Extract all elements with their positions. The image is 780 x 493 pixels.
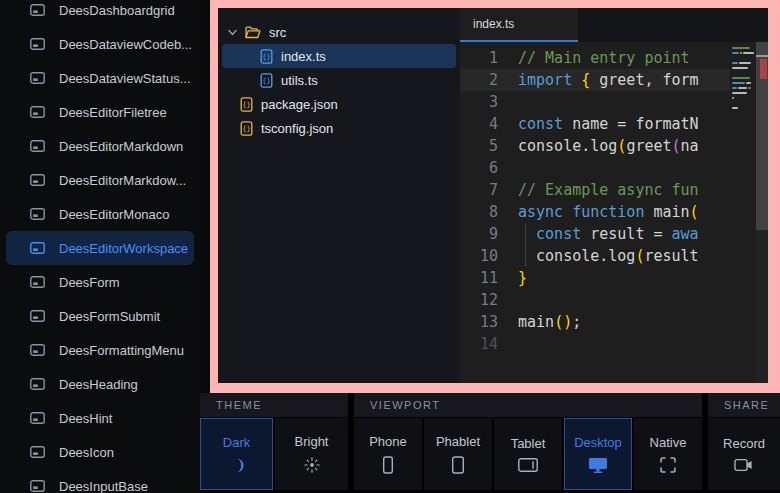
line-number: 5 xyxy=(460,135,518,157)
sidebar-item-deesinputbase[interactable]: DeesInputBase xyxy=(6,469,194,493)
line-number: 13 xyxy=(460,311,518,333)
demo-toolbar: THEMEVIEWPORTSHARE DarkBrightPhonePhable… xyxy=(200,393,780,493)
chevron-down-icon[interactable] xyxy=(228,29,237,36)
line-number: 9 xyxy=(460,223,518,245)
line-number: 10 xyxy=(460,245,518,267)
window-icon xyxy=(30,378,45,390)
sun-icon xyxy=(303,456,321,474)
tab-index-ts[interactable]: index.ts xyxy=(460,8,578,42)
sidebar-item-deeseditorfiletree[interactable]: DeesEditorFiletree xyxy=(6,95,194,129)
code-line-7: 7// Example async fun xyxy=(460,179,730,201)
line-content: // Main entry point xyxy=(518,47,690,69)
native-button[interactable]: Native xyxy=(634,418,702,490)
sidebar-item-deesform[interactable]: DeesForm xyxy=(6,265,194,299)
file-row-index-ts[interactable]: {}index.ts xyxy=(222,44,456,68)
svg-text:{}: {} xyxy=(262,52,270,60)
sidebar-item-deeseditorworkspace[interactable]: DeesEditorWorkspace xyxy=(6,231,194,265)
code-lines: 1// Main entry point2import { greet, for… xyxy=(460,42,730,383)
sidebar-item-deesicon[interactable]: DeesIcon xyxy=(6,435,194,469)
sidebar-item-deesheading[interactable]: DeesHeading xyxy=(6,367,194,401)
button-label: Desktop xyxy=(574,435,622,450)
sidebar-item-deeseditormarkdow[interactable]: DeesEditorMarkdow... xyxy=(6,163,194,197)
sidebar-item-deesdataviewcodeb[interactable]: DeesDataviewCodeb... xyxy=(6,27,194,61)
window-icon xyxy=(30,208,45,220)
sidebar-item-label: DeesEditorMarkdow... xyxy=(59,173,186,188)
sidebar-item-label: DeesEditorFiletree xyxy=(59,105,167,120)
line-number: 12 xyxy=(460,289,518,311)
sidebar-item-deesformsubmit[interactable]: DeesFormSubmit xyxy=(6,299,194,333)
minimap-row xyxy=(730,111,756,116)
code-line-4: 4const name = formatN xyxy=(460,113,730,135)
line-number: 8 xyxy=(460,201,518,223)
toolbar-section-headers: THEMEVIEWPORTSHARE xyxy=(200,393,780,417)
code-editor: index.ts 1// Main entry point2import { g… xyxy=(460,8,768,383)
file-json-icon: {} xyxy=(240,121,253,136)
sidebar-item-deesdataviewstatus[interactable]: DeesDataviewStatus... xyxy=(6,61,194,95)
file-row-tsconfig-json[interactable]: {}tsconfig.json xyxy=(222,116,456,140)
line-number: 1 xyxy=(460,47,518,69)
code-area[interactable]: 1// Main entry point2import { greet, for… xyxy=(460,42,768,383)
button-label: Phablet xyxy=(436,434,480,449)
editor-tabbar: index.ts xyxy=(460,8,768,42)
section-header-viewport: VIEWPORT xyxy=(354,393,702,417)
button-group-theme: DarkBright xyxy=(200,418,348,490)
overview-cursor-marker xyxy=(756,55,768,57)
window-icon xyxy=(30,106,45,118)
sidebar-item-label: DeesEditorMarkdown xyxy=(59,139,183,154)
sidebar-item-deeseditormonaco[interactable]: DeesEditorMonaco xyxy=(6,197,194,231)
code-line-13: 13main(); xyxy=(460,311,730,333)
folder-open-icon xyxy=(245,26,261,39)
file-label: package.json xyxy=(261,97,338,112)
toolbar-buttons: DarkBrightPhonePhabletTabletDesktopNativ… xyxy=(200,417,780,490)
moon-icon xyxy=(228,457,245,474)
bright-button[interactable]: Bright xyxy=(275,418,348,490)
sidebar-item-deesformattingmenu[interactable]: DeesFormattingMenu xyxy=(6,333,194,367)
sidebar-item-label: DeesInputBase xyxy=(59,479,148,493)
component-list: DeesDashboardgridDeesDataviewCodeb...Dee… xyxy=(0,0,200,493)
line-number: 6 xyxy=(460,157,518,179)
code-line-12: 12 xyxy=(460,289,730,311)
record-button[interactable]: Record xyxy=(708,418,780,490)
button-label: Record xyxy=(723,436,765,451)
file-row-package-json[interactable]: {}package.json xyxy=(222,92,456,116)
line-content: } xyxy=(518,267,527,289)
sidebar-item-label: DeesDashboardgrid xyxy=(59,3,175,18)
code-line-3: 3 xyxy=(460,91,730,113)
file-label: src xyxy=(269,25,286,40)
file-row-src[interactable]: src xyxy=(222,20,456,44)
line-content: const name = formatN xyxy=(518,113,699,135)
line-number: 2 xyxy=(460,69,518,91)
window-icon xyxy=(30,38,45,50)
line-content: console.log(result xyxy=(518,245,699,267)
window-icon xyxy=(30,480,45,492)
code-line-5: 5console.log(greet(na xyxy=(460,135,730,157)
file-label: utils.ts xyxy=(281,73,318,88)
sidebar-item-deeseditormarkdown[interactable]: DeesEditorMarkdown xyxy=(6,129,194,163)
minimap[interactable] xyxy=(730,42,756,383)
editor-workspace-demo: src{}index.ts{}utils.ts{}package.json{}t… xyxy=(218,8,768,383)
tablet-icon xyxy=(518,458,538,472)
dark-button[interactable]: Dark xyxy=(200,418,273,490)
sidebar-item-deeshint[interactable]: DeesHint xyxy=(6,401,194,435)
sidebar-item-label: DeesFormattingMenu xyxy=(59,343,184,358)
button-group-viewport: PhonePhabletTabletDesktopNative xyxy=(354,418,702,490)
desktop-icon xyxy=(588,457,608,474)
sidebar-item-label: DeesDataviewStatus... xyxy=(59,71,191,86)
code-line-14: 14 xyxy=(460,333,730,355)
tablet-button[interactable]: Tablet xyxy=(494,418,562,490)
code-line-6: 6 xyxy=(460,157,730,179)
editor-scrollbar[interactable] xyxy=(756,42,768,383)
record-icon xyxy=(734,458,754,472)
sidebar-item-label: DeesHint xyxy=(59,411,112,426)
line-content: import { greet, form xyxy=(518,69,699,91)
button-label: Tablet xyxy=(511,436,546,451)
svg-text:{}: {} xyxy=(242,100,250,108)
sidebar-item-deesdashboardgrid[interactable]: DeesDashboardgrid xyxy=(6,0,194,27)
phablet-button[interactable]: Phablet xyxy=(424,418,492,490)
desktop-button[interactable]: Desktop xyxy=(564,418,632,490)
window-icon xyxy=(30,276,45,288)
file-row-utils-ts[interactable]: {}utils.ts xyxy=(222,68,456,92)
phone-button[interactable]: Phone xyxy=(354,418,422,490)
line-content: async function main( xyxy=(518,201,699,223)
sidebar-item-label: DeesForm xyxy=(59,275,120,290)
